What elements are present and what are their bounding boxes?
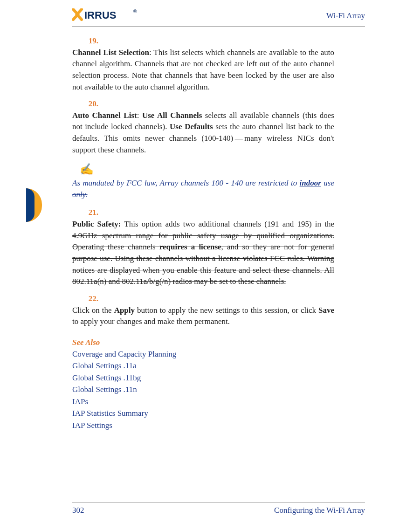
- item-body: Click on the Apply button to apply the n…: [72, 305, 334, 328]
- page-footer: 302 Configuring the Wi-Fi Array: [72, 502, 365, 515]
- see-also-title: See Also: [72, 338, 365, 347]
- see-also-link[interactable]: IAP Statistics Summary: [72, 407, 365, 420]
- item-number: 20.: [72, 98, 101, 110]
- see-also-link[interactable]: Global Settings .11bg: [72, 372, 365, 384]
- see-also-link[interactable]: IAP Settings: [72, 420, 365, 432]
- see-also-link[interactable]: IAPs: [72, 396, 365, 408]
- see-also-link[interactable]: Global Settings .11n: [72, 384, 365, 396]
- item-body: Public Safety: This option adds two addi…: [72, 219, 334, 288]
- item-number: 19.: [72, 35, 101, 47]
- item-body: Channel List Selection: This list select…: [72, 47, 334, 93]
- item-body: Auto Channel List: Use All Channels sele…: [72, 110, 334, 156]
- see-also-link[interactable]: Coverage and Capacity Planning: [72, 348, 365, 360]
- item-number: 21.: [72, 207, 101, 219]
- see-also-link[interactable]: Global Settings .11a: [72, 360, 365, 372]
- page-number: 302: [72, 506, 84, 515]
- list-item-19: 19. Channel List Selection: This list se…: [72, 35, 365, 93]
- svg-text:®: ®: [133, 9, 137, 14]
- list-item-21: 21. Public Safety: This option adds two …: [72, 207, 365, 287]
- item-number: 22.: [72, 293, 101, 305]
- list-item-20: 20. Auto Channel List: Use All Channels …: [72, 98, 365, 156]
- body-content: 19. Channel List Selection: This list se…: [72, 35, 365, 431]
- list-item-22: 22. Click on the Apply button to apply t…: [72, 293, 365, 328]
- svg-text:IRRUS: IRRUS: [84, 9, 116, 21]
- brand-logo: IRRUS ®: [72, 8, 138, 23]
- note-block: ✍ As mandated by FCC law, Array channels…: [72, 161, 365, 200]
- page-header: IRRUS ® Wi-Fi Array: [72, 10, 365, 27]
- header-product: Wi-Fi Array: [326, 11, 365, 21]
- side-tab-icon: [26, 188, 42, 222]
- see-also-section: See Also Coverage and Capacity Planning …: [72, 338, 365, 432]
- footer-section: Configuring the Wi-Fi Array: [274, 506, 365, 515]
- note-body: As mandated by FCC law, Array channels 1…: [72, 178, 334, 200]
- note-hand-icon: ✍: [72, 161, 101, 178]
